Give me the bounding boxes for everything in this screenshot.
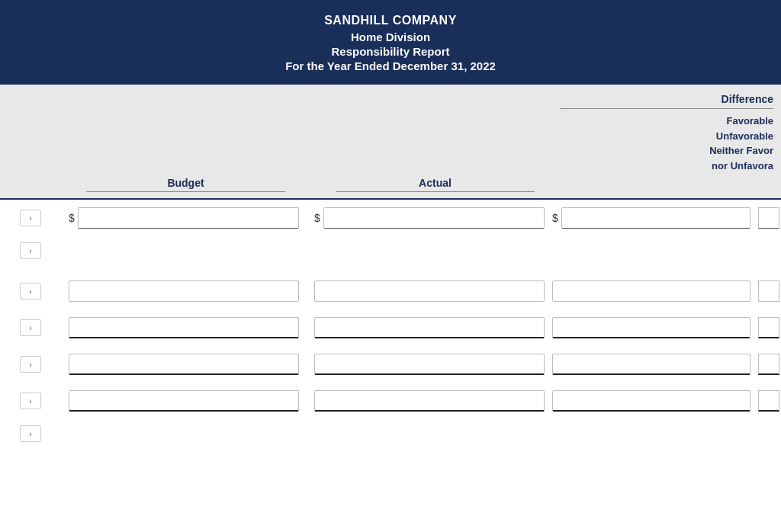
table-row: › xyxy=(0,309,781,346)
neither-label: Neither Favor xyxy=(560,143,773,159)
column-headers: Difference Favorable Unfavorable Neither… xyxy=(0,85,781,200)
row-expand-button[interactable]: › xyxy=(20,356,41,373)
table-row: › xyxy=(0,419,781,448)
actual-input[interactable] xyxy=(323,207,545,229)
company-bold: COMPANY xyxy=(393,14,457,27)
diff-cell[interactable]: $ xyxy=(552,207,758,229)
budget-input[interactable] xyxy=(69,280,299,302)
budget-cell[interactable] xyxy=(61,317,307,338)
actual-cell[interactable] xyxy=(307,280,552,302)
diff-cell[interactable] xyxy=(552,354,758,375)
budget-cell[interactable] xyxy=(61,390,307,412)
diff-cell[interactable] xyxy=(552,280,758,302)
table-row: › xyxy=(0,346,781,383)
type-input[interactable] xyxy=(758,207,779,229)
difference-sub-labels: Favorable Unfavorable Neither Favor nor … xyxy=(560,109,773,176)
actual-cell[interactable] xyxy=(307,390,552,412)
type-input[interactable] xyxy=(758,390,779,412)
company-name: SANDHILL COMPANY xyxy=(15,14,766,27)
report-period: For the Year Ended December 31, 2022 xyxy=(15,59,766,72)
division-label: Home Division xyxy=(15,30,766,43)
row-expand-button[interactable]: › xyxy=(20,283,41,300)
table-row: › xyxy=(0,273,781,309)
budget-input[interactable] xyxy=(69,317,299,338)
type-input[interactable] xyxy=(758,280,779,302)
budget-column-header: Budget xyxy=(61,176,310,192)
row-expand-button[interactable]: › xyxy=(20,242,41,259)
actual-input[interactable] xyxy=(314,280,545,302)
diff-dollar-sign: $ xyxy=(552,212,558,224)
budget-cell[interactable]: $ xyxy=(61,207,307,229)
budget-dollar-sign: $ xyxy=(69,212,75,224)
actual-column-header: Actual xyxy=(310,176,560,192)
budget-cell[interactable] xyxy=(61,354,307,375)
budget-label: Budget xyxy=(86,177,286,192)
row-expand-button[interactable]: › xyxy=(20,393,41,409)
actual-input[interactable] xyxy=(314,354,545,375)
budget-input[interactable] xyxy=(69,354,299,375)
actual-dollar-sign: $ xyxy=(314,212,320,224)
diff-input[interactable] xyxy=(552,354,750,375)
actual-cell[interactable] xyxy=(307,317,552,338)
diff-input[interactable] xyxy=(552,280,750,302)
row-expand-button[interactable]: › xyxy=(20,425,41,442)
actual-input[interactable] xyxy=(314,390,545,412)
company-prefix: SANDHILL xyxy=(324,14,393,27)
row-expand-button[interactable]: › xyxy=(20,319,41,336)
diff-input[interactable] xyxy=(561,207,750,229)
diff-input[interactable] xyxy=(552,317,750,338)
data-area: › $ $ $ › › xyxy=(0,200,781,448)
row-expand-button[interactable]: › xyxy=(20,210,41,226)
difference-title: Difference xyxy=(560,93,773,109)
report-title: Responsibility Report xyxy=(15,45,766,58)
nor-label: nor Unfavora xyxy=(560,159,773,174)
type-input[interactable] xyxy=(758,317,779,338)
diff-cell[interactable] xyxy=(552,390,758,412)
budget-cell[interactable] xyxy=(61,280,307,302)
actual-label: Actual xyxy=(336,177,535,192)
table-row: › xyxy=(0,236,781,265)
row-spacer xyxy=(0,265,781,273)
actual-input[interactable] xyxy=(314,317,545,338)
type-input[interactable] xyxy=(758,354,779,375)
actual-cell[interactable]: $ xyxy=(307,207,552,229)
actual-cell[interactable] xyxy=(307,354,552,375)
table-row: › $ $ $ xyxy=(0,200,781,236)
unfavorable-label: Unfavorable xyxy=(560,129,773,144)
difference-header-section: Difference Favorable Unfavorable Neither… xyxy=(560,92,781,176)
diff-cell[interactable] xyxy=(552,317,758,338)
diff-input[interactable] xyxy=(552,390,750,412)
budget-input[interactable] xyxy=(78,207,299,229)
report-header: SANDHILL COMPANY Home Division Responsib… xyxy=(0,0,781,85)
table-row: › xyxy=(0,383,781,419)
favorable-label: Favorable xyxy=(560,114,773,129)
budget-input[interactable] xyxy=(69,390,299,412)
